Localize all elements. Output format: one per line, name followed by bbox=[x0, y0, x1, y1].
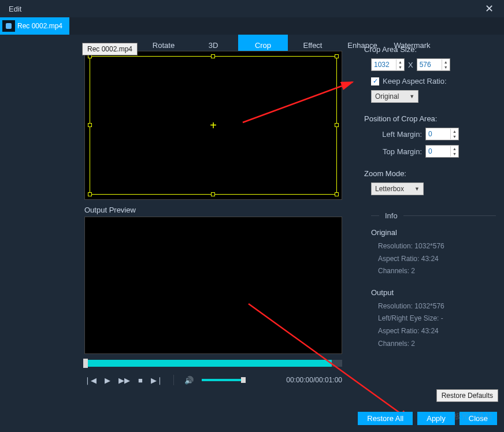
crop-handle-tr[interactable] bbox=[335, 54, 339, 58]
file-tab[interactable]: Rec 0002.mp4 bbox=[0, 17, 69, 35]
chevron-up-icon[interactable]: ▲ bbox=[396, 59, 404, 65]
info-output-aspect: Aspect Ratio: 43:24 bbox=[378, 325, 496, 338]
fwd-icon[interactable]: ▶▶ bbox=[118, 376, 130, 385]
crop-rectangle[interactable]: + bbox=[90, 56, 337, 195]
playback-controls: ❘◀ ▶ ▶▶ ■ ▶❘ 🔊 00:00:00/00:01:00 bbox=[84, 375, 342, 385]
titlebar: Edit ✕ bbox=[0, 0, 504, 17]
info-output-eyesize: Left/Right Eye Size: - bbox=[378, 312, 496, 325]
crop-preview[interactable]: + bbox=[84, 51, 342, 200]
crop-width-spinner[interactable]: ▲▼ bbox=[371, 58, 405, 71]
volume-slider[interactable] bbox=[202, 379, 243, 381]
stop-icon[interactable]: ■ bbox=[138, 376, 143, 385]
crop-handle-br[interactable] bbox=[335, 192, 339, 196]
file-tab-row: Rec 0002.mp4 bbox=[0, 17, 504, 35]
info-output: Output Resolution: 1032*576 Left/Right E… bbox=[371, 288, 496, 350]
file-tab-label: Rec 0002.mp4 bbox=[17, 22, 62, 30]
chevron-down-icon[interactable]: ▼ bbox=[442, 65, 450, 70]
play-icon[interactable]: ▶ bbox=[105, 376, 110, 385]
aspect-ratio-dropdown[interactable]: Original ▼ bbox=[371, 90, 418, 103]
scrub-bar[interactable] bbox=[84, 360, 342, 367]
crop-height-spinner[interactable]: ▲▼ bbox=[417, 58, 450, 71]
info-original-resolution: Resolution: 1032*576 bbox=[378, 240, 496, 253]
crop-width-input[interactable] bbox=[372, 59, 396, 70]
zoom-mode-dropdown[interactable]: Letterbox ▼ bbox=[371, 183, 424, 195]
left-margin-input[interactable] bbox=[426, 129, 450, 139]
aspect-ratio-value: Original bbox=[375, 92, 399, 100]
restore-all-button[interactable]: Restore All bbox=[358, 412, 413, 425]
next-icon[interactable]: ▶❘ bbox=[151, 376, 163, 385]
info-original-channels: Channels: 2 bbox=[378, 265, 496, 278]
crop-handle-bl[interactable] bbox=[88, 192, 92, 196]
chevron-down-icon[interactable]: ▼ bbox=[451, 134, 458, 139]
scrub-progress bbox=[84, 360, 332, 367]
chevron-up-icon[interactable]: ▲ bbox=[451, 129, 458, 134]
crop-size-label: Crop Area Size: bbox=[364, 45, 496, 54]
left-panel: Rec 0002.mp4 + Output Preview ❘◀ ▶ ▶ bbox=[0, 38, 358, 432]
info-original-aspect: Aspect Ratio: 43:24 bbox=[378, 253, 496, 266]
info-output-title: Output bbox=[371, 288, 496, 297]
top-margin-label: Top Margin: bbox=[371, 147, 422, 156]
crop-handle-ml[interactable] bbox=[88, 123, 92, 127]
chevron-up-icon[interactable]: ▲ bbox=[451, 146, 458, 151]
close-icon[interactable]: ✕ bbox=[480, 1, 498, 16]
file-thumb-icon bbox=[2, 20, 15, 32]
crop-handle-tm[interactable] bbox=[211, 54, 215, 58]
restore-defaults-button[interactable]: Restore Defaults bbox=[436, 389, 498, 402]
crosshair-icon: + bbox=[210, 120, 217, 131]
crop-handle-mr[interactable] bbox=[335, 123, 339, 127]
separator bbox=[173, 375, 174, 385]
volume-icon[interactable]: 🔊 bbox=[184, 376, 194, 385]
top-margin-input[interactable] bbox=[426, 146, 450, 157]
info-original: Original Resolution: 1032*576 Aspect Rat… bbox=[371, 228, 496, 278]
timecode: 00:00:00/00:01:00 bbox=[286, 376, 342, 384]
scrub-handle[interactable] bbox=[83, 359, 88, 368]
output-preview bbox=[84, 217, 342, 354]
info-original-title: Original bbox=[371, 228, 496, 237]
info-divider: Info bbox=[371, 211, 496, 220]
output-preview-label: Output Preview bbox=[84, 206, 349, 214]
time-current: 00:00:00 bbox=[286, 376, 313, 384]
zoom-mode-label: Zoom Mode: bbox=[364, 169, 496, 178]
info-output-resolution: Resolution: 1032*576 bbox=[378, 300, 496, 313]
left-margin-label: Left Margin: bbox=[371, 130, 422, 139]
info-output-channels: Channels: 2 bbox=[378, 338, 496, 351]
zoom-mode-value: Letterbox bbox=[375, 185, 404, 193]
chevron-down-icon[interactable]: ▼ bbox=[451, 151, 458, 157]
chevron-up-icon[interactable]: ▲ bbox=[442, 59, 450, 65]
top-margin-spinner[interactable]: ▲▼ bbox=[425, 145, 459, 158]
size-separator: X bbox=[408, 61, 413, 69]
chevron-down-icon: ▼ bbox=[414, 186, 420, 192]
bottom-buttons: Restore All Apply Close bbox=[358, 412, 497, 425]
prev-icon[interactable]: ❘◀ bbox=[84, 376, 97, 385]
keep-aspect-label: Keep Aspect Ratio: bbox=[383, 77, 447, 85]
crop-height-input[interactable] bbox=[417, 59, 442, 70]
time-total: 00:01:00 bbox=[315, 376, 342, 384]
right-panel: Crop Area Size: ▲▼ X ▲▼ ✓ Keep Aspect Ra… bbox=[358, 38, 504, 432]
apply-button[interactable]: Apply bbox=[417, 412, 455, 425]
keep-aspect-checkbox[interactable]: ✓ bbox=[371, 77, 379, 85]
position-label: Position of Crop Area: bbox=[364, 114, 496, 123]
info-header: Info bbox=[385, 211, 398, 220]
left-margin-spinner[interactable]: ▲▼ bbox=[425, 128, 459, 140]
file-tooltip: Rec 0002.mp4 bbox=[82, 43, 138, 55]
chevron-down-icon: ▼ bbox=[409, 94, 414, 99]
crop-handle-bm[interactable] bbox=[211, 192, 215, 196]
window-title: Edit bbox=[6, 5, 480, 13]
volume-handle[interactable] bbox=[241, 377, 246, 383]
chevron-down-icon[interactable]: ▼ bbox=[396, 65, 404, 70]
close-button[interactable]: Close bbox=[459, 412, 497, 425]
